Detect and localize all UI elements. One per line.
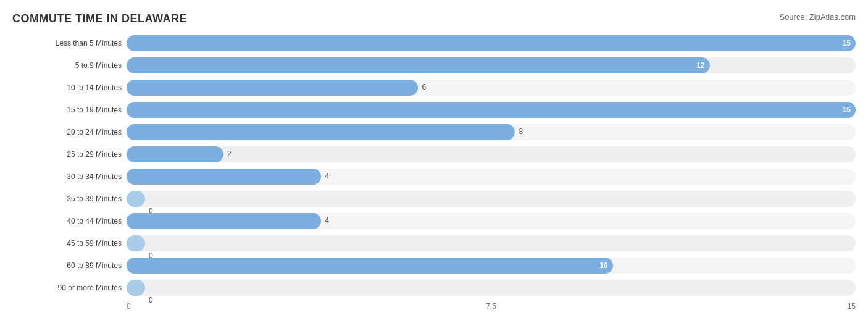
bar-label: 90 or more Minutes	[12, 283, 127, 292]
bar-row: 5 to 9 Minutes12	[12, 55, 856, 76]
bar-row: 45 to 59 Minutes0	[12, 233, 856, 254]
bar-label: 5 to 9 Minutes	[12, 61, 127, 70]
bar-track: 2	[127, 146, 856, 162]
bar-label: 25 to 29 Minutes	[12, 150, 127, 159]
bar-label: Less than 5 Minutes	[12, 39, 127, 48]
bar-track: 0	[127, 280, 856, 296]
bar-row: 35 to 39 Minutes0	[12, 188, 856, 209]
bar-label: 45 to 59 Minutes	[12, 239, 127, 248]
bar-track: 15	[127, 35, 856, 51]
bar-row: 30 to 34 Minutes4	[12, 166, 856, 187]
bar-label: 30 to 34 Minutes	[12, 172, 127, 181]
bar-value: 8	[519, 127, 523, 136]
bar-value: 4	[325, 216, 329, 225]
x-axis: 07.515	[127, 302, 856, 314]
bar-value: 6	[422, 83, 426, 91]
bar-row: 40 to 44 Minutes4	[12, 211, 856, 232]
bar-row: 25 to 29 Minutes2	[12, 144, 856, 165]
bar-track: 6	[127, 80, 856, 96]
bar-value: 15	[843, 106, 851, 114]
bar-label: 15 to 19 Minutes	[12, 106, 127, 114]
x-axis-label: 7.5	[486, 302, 496, 311]
bar-value: 4	[325, 172, 329, 180]
bar-row: 60 to 89 Minutes10	[12, 255, 856, 276]
x-axis-label: 0	[127, 302, 131, 311]
chart-header: COMMUTE TIME IN DELAWARE Source: ZipAtla…	[12, 12, 856, 25]
bars-wrapper: Less than 5 Minutes155 to 9 Minutes1210 …	[12, 33, 856, 300]
bar-row: Less than 5 Minutes15	[12, 33, 856, 54]
x-axis-label: 15	[848, 302, 856, 311]
bar-label: 35 to 39 Minutes	[12, 195, 127, 203]
chart-container: COMMUTE TIME IN DELAWARE Source: ZipAtla…	[0, 0, 868, 323]
bar-value: 2	[227, 149, 232, 158]
bar-label: 20 to 24 Minutes	[12, 128, 127, 136]
bar-label: 10 to 14 Minutes	[12, 83, 127, 92]
bar-track: 12	[127, 57, 856, 73]
chart-title: COMMUTE TIME IN DELAWARE	[12, 12, 187, 25]
bar-track: 10	[127, 258, 856, 274]
bar-value: 15	[843, 39, 851, 48]
bar-track: 0	[127, 235, 856, 251]
chart-source: Source: ZipAtlas.com	[779, 12, 856, 22]
bar-row: 10 to 14 Minutes6	[12, 77, 856, 98]
bar-track: 15	[127, 102, 856, 118]
bar-row: 15 to 19 Minutes15	[12, 99, 856, 120]
bar-track: 8	[127, 124, 856, 140]
bar-track: 0	[127, 191, 856, 207]
bar-value: 12	[696, 61, 704, 70]
bar-label: 40 to 44 Minutes	[12, 217, 127, 225]
bar-track: 4	[127, 213, 856, 229]
bar-row: 20 to 24 Minutes8	[12, 122, 856, 143]
bar-track: 4	[127, 169, 856, 185]
bar-label: 60 to 89 Minutes	[12, 261, 127, 270]
bar-value: 10	[599, 261, 607, 270]
bar-row: 90 or more Minutes0	[12, 277, 856, 298]
